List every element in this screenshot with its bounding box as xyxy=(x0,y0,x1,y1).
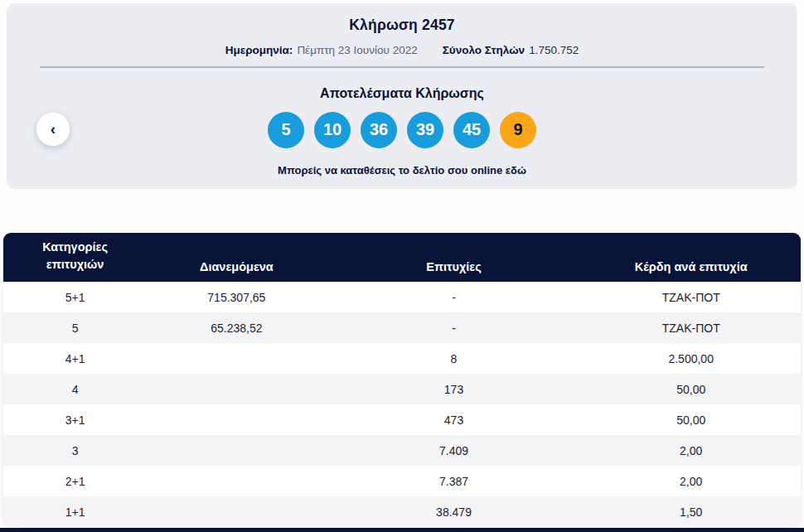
winning-number-ball: 39 xyxy=(407,112,443,148)
table-row: 565.238,52-ΤΖΑΚ-ΠΟΤ xyxy=(3,312,801,343)
chevron-left-icon: ‹ xyxy=(51,121,56,137)
cell-prize: 2,00 xyxy=(581,444,801,457)
bonus-number-ball: 9 xyxy=(500,112,536,148)
cell-winners: 173 xyxy=(327,383,582,396)
cta-link[interactable]: εδώ xyxy=(506,164,526,177)
table-row: 5+1715.307,65-ΤΖΑΚ-ΠΟΤ xyxy=(3,282,801,312)
cell-winners: - xyxy=(327,322,582,335)
cell-category: 4+1 xyxy=(3,352,147,365)
cta-text: Μπορείς να καταθέσεις το δελτίο σου onli… xyxy=(278,164,502,177)
table-row: 1+138.4791,50 xyxy=(3,496,801,527)
cell-category: 3+1 xyxy=(3,414,147,427)
cell-category: 5 xyxy=(3,322,147,335)
draw-summary-card: Κλήρωση 2457 Ημερομηνία:Πέμπτη 23 Ιουνίο… xyxy=(7,3,797,189)
cell-prize: 50,00 xyxy=(581,414,801,427)
table-row: 2+17.3872,00 xyxy=(3,466,801,496)
table-row: 417350,00 xyxy=(3,374,801,404)
cell-prize: ΤΖΑΚ-ΠΟΤ xyxy=(581,291,801,304)
winning-numbers: 5103639459 xyxy=(7,112,797,148)
winning-number-ball: 36 xyxy=(361,112,397,148)
page-title: Κλήρωση 2457 xyxy=(7,17,797,34)
cell-winners: 38.479 xyxy=(327,505,582,519)
header-prize: Κέρδη ανά επιτυχία xyxy=(581,260,801,273)
table-body: 5+1715.307,65-ΤΖΑΚ-ΠΟΤ565.238,52-ΤΖΑΚ-ΠΟ… xyxy=(3,282,801,527)
cell-prize: ΤΖΑΚ-ΠΟΤ xyxy=(581,322,801,335)
cell-winners: - xyxy=(327,291,582,304)
total-columns-label: Σύνολο Στηλών xyxy=(443,44,525,56)
table-row: 4+182.500,00 xyxy=(3,343,801,374)
header-categories: Κατηγορίες επιτυχιών xyxy=(3,239,147,273)
cell-category: 2+1 xyxy=(3,475,147,488)
cta-line: Μπορείς να καταθέσεις το δελτίο σου onli… xyxy=(7,164,797,177)
total-columns: Σύνολο Στηλών1.750.752 xyxy=(443,44,579,56)
cell-winners: 473 xyxy=(327,414,582,427)
divider xyxy=(40,66,764,68)
prize-table: Κατηγορίες επιτυχιών Διανεμόμενα Επιτυχί… xyxy=(3,233,801,527)
cell-category: 4 xyxy=(3,383,147,396)
total-columns-value: 1.750.752 xyxy=(529,44,579,56)
winning-number-ball: 5 xyxy=(268,112,304,148)
previous-draw-button[interactable]: ‹ xyxy=(36,113,70,146)
cell-winners: 8 xyxy=(327,352,582,365)
draw-meta: Ημερομηνία:Πέμπτη 23 Ιουνίου 2022 Σύνολο… xyxy=(7,44,797,56)
cell-category: 1+1 xyxy=(3,505,147,519)
footer-strip xyxy=(0,528,804,532)
cell-distributed: 715.307,65 xyxy=(147,291,326,304)
cell-prize: 2.500,00 xyxy=(581,352,801,365)
cell-winners: 7.387 xyxy=(327,475,582,488)
draw-date: Ημερομηνία:Πέμπτη 23 Ιουνίου 2022 xyxy=(225,44,418,56)
draw-date-value: Πέμπτη 23 Ιουνίου 2022 xyxy=(297,44,417,56)
table-row: 3+147350,00 xyxy=(3,404,801,435)
cell-winners: 7.409 xyxy=(327,444,582,457)
cell-prize: 2,00 xyxy=(581,475,801,488)
table-row: 37.4092,00 xyxy=(3,435,801,466)
table-header-row: Κατηγορίες επιτυχιών Διανεμόμενα Επιτυχί… xyxy=(3,233,801,282)
cell-distributed: 65.238,52 xyxy=(147,322,326,335)
header-winners: Επιτυχίες xyxy=(327,260,582,273)
header-distributed: Διανεμόμενα xyxy=(147,260,326,273)
cell-category: 3 xyxy=(3,444,147,457)
winning-number-ball: 45 xyxy=(453,112,490,148)
cell-prize: 1,50 xyxy=(581,505,801,519)
winning-number-ball: 10 xyxy=(314,112,351,148)
lottery-results-page: Κλήρωση 2457 Ημερομηνία:Πέμπτη 23 Ιουνίο… xyxy=(0,0,804,532)
cell-prize: 50,00 xyxy=(581,383,801,396)
cell-category: 5+1 xyxy=(3,291,147,304)
draw-date-label: Ημερομηνία: xyxy=(225,44,293,56)
results-title: Αποτελέσματα Κλήρωσης xyxy=(7,86,797,101)
